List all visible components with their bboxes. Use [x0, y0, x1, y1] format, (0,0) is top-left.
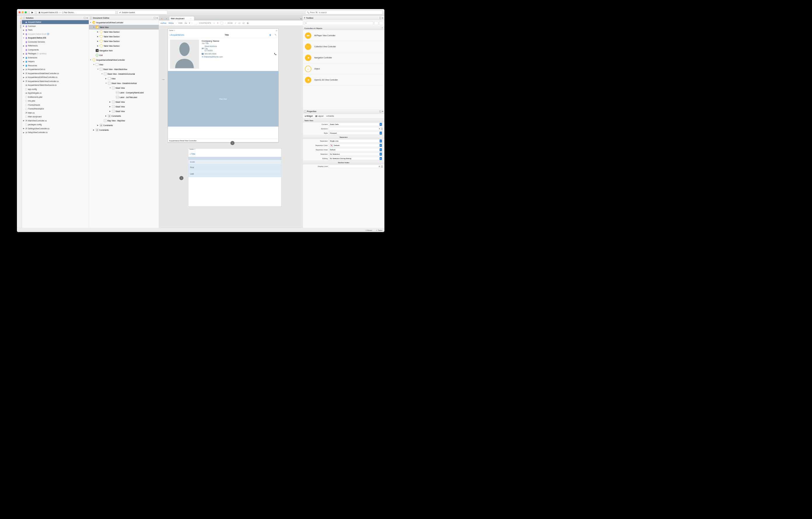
outline-item[interactable]: ▶Table View Section: [89, 34, 159, 39]
outline-item[interactable]: ▼⫴Stack View - DetailInfoVertical: [89, 81, 159, 85]
left-gutter-tabs[interactable]: ⚡ Unit Tests: [17, 16, 22, 228]
outline-item[interactable]: ▶⫴Stack View: [89, 104, 159, 109]
tab-history-forward[interactable]: [165, 17, 168, 21]
minimize-window[interactable]: [22, 11, 24, 13]
size-class-h[interactable]: hhAny: [168, 22, 174, 24]
solution-item[interactable]: iTunesArtwork: [22, 103, 89, 107]
outline-item[interactable]: ▼⫴Stack View - MainStackView: [89, 67, 159, 72]
outline-item[interactable]: ↪Exit: [89, 53, 159, 57]
toolbox-item[interactable]: ▶▶AVPlayer View Controller: [303, 30, 385, 41]
step-down-icon[interactable]: ▼: [381, 129, 383, 130]
sepinset-select[interactable]: Default▾: [329, 148, 383, 152]
sections-stepper[interactable]: ▲▼: [329, 127, 383, 131]
style-select[interactable]: Grouped▾: [329, 132, 383, 135]
solution-item[interactable]: ▶▇Extensions: [22, 56, 89, 60]
outline-item[interactable]: ⌖Map View - MapView: [89, 118, 159, 123]
editing-select[interactable]: No Selection During Editing▾: [329, 157, 383, 160]
zoom-in-icon[interactable]: +⃝: [242, 22, 245, 24]
solution-item[interactable]: c#AppDelegate.cs: [22, 91, 89, 95]
solution-item[interactable]: ▶c#AcquaintanceEditViewController.cs: [22, 75, 89, 79]
toolbox-item[interactable]: ◑OpenGL ES View Controller: [303, 75, 385, 85]
solution-item[interactable]: app.config: [22, 87, 89, 91]
tab-history-back[interactable]: [160, 17, 164, 21]
toolbox-item[interactable]: ◀Navigation Controller: [303, 52, 385, 63]
segue-knob[interactable]: ⫴: [230, 141, 234, 145]
zoom-out-icon[interactable]: −⃝: [238, 22, 241, 24]
outline-item[interactable]: ▼⫴Stack View: [89, 85, 159, 90]
solution-item[interactable]: ▶▇Resources: [22, 64, 89, 68]
run-button[interactable]: ▶: [30, 10, 35, 14]
solution-item[interactable]: Info.plist: [22, 99, 89, 103]
toolbox-view-grid[interactable]: [379, 21, 383, 25]
solution-item[interactable]: ▼▇Acquaint.Native.iOS: [22, 36, 89, 40]
remove-constraint-icon[interactable]: ✕: [217, 22, 219, 24]
outline-item[interactable]: ▶▦Constraints: [89, 128, 159, 132]
panel-pin-icon[interactable]: [154, 17, 156, 19]
solution-item[interactable]: c#AcquaintanceTableViewSource.cs: [22, 83, 89, 87]
errors-pad[interactable]: ⊘ Errors: [366, 229, 372, 231]
tab-widget[interactable]: ⎋Widget: [305, 115, 313, 117]
map-view[interactable]: Map View: [168, 71, 279, 127]
panel-close-icon[interactable]: ×: [87, 17, 88, 19]
back-button[interactable]: Title: [190, 153, 196, 156]
first-name-cell[interactable]: First: [188, 164, 282, 171]
solution-item[interactable]: ▶c#SetupViewController.cs: [22, 131, 89, 135]
outline-item[interactable]: ▼▦AcquaintanceEditViewController: [89, 20, 159, 25]
segue-knob-2[interactable]: ⫴: [179, 176, 183, 180]
storyboard-canvas[interactable]: → Carrier ᯤ ▭ Acquaintances Title 🗑 ✎: [159, 26, 303, 228]
collapse-icon[interactable]: ⌃: [381, 27, 383, 29]
panel-pin-icon[interactable]: [379, 17, 381, 19]
panel-pin-icon[interactable]: [84, 17, 86, 19]
outline-item[interactable]: LabelLabel - CompanyNameLabel: [89, 90, 159, 95]
sep-select[interactable]: Single Line▾: [329, 139, 383, 143]
toolbox-list[interactable]: ▶▶AVPlayer View Controller⋮⋮⋮Collection …: [303, 30, 385, 85]
toolbox-section[interactable]: Controllers & Objects ⌃: [303, 26, 385, 30]
back-button[interactable]: Acquaintances: [170, 33, 184, 37]
outline-tree[interactable]: ▼▦AcquaintanceEditViewController▼▦Table …: [89, 20, 159, 228]
sections-input[interactable]: [329, 127, 381, 131]
outline-item[interactable]: LabelLabel - JobTitleLabel: [89, 95, 159, 100]
zoom-window[interactable]: [25, 11, 27, 13]
solution-item[interactable]: ▇Components: [22, 48, 89, 52]
solution-item[interactable]: Main.storyboard: [22, 115, 89, 119]
panel-close-icon[interactable]: ×: [382, 110, 383, 113]
frames-icon[interactable]: [221, 22, 223, 24]
tab-events[interactable]: ➜Events: [326, 115, 334, 117]
tasks-pad[interactable]: ✓ Tasks: [376, 229, 382, 231]
view-mode-chevron-icon[interactable]: ▾: [189, 22, 190, 24]
size-class-w[interactable]: wwAny: [161, 22, 166, 24]
solution-item[interactable]: ▶▇Helpers: [22, 59, 89, 64]
panel-close-icon[interactable]: ×: [156, 17, 158, 19]
solution-item[interactable]: ▇Connected Services: [22, 40, 89, 44]
solution-item[interactable]: ▶▇Packages (5 updates): [22, 52, 89, 56]
unit-tests-tab[interactable]: Unit Tests: [20, 21, 22, 28]
outline-item[interactable]: ▼▦Table View: [89, 25, 159, 29]
run-target-crumb[interactable]: ▣ Acquaint.Native.iOS › › ▯ Pair Device.…: [37, 10, 116, 14]
outline-item[interactable]: ▼▢AcquaintanceDetailViewController: [89, 57, 159, 62]
solution-item[interactable]: iTunesArtwork@2x: [22, 107, 89, 111]
outline-item[interactable]: ▶Table View Section: [89, 29, 159, 34]
last-name-cell[interactable]: Last: [188, 171, 282, 177]
solution-item[interactable]: ▶c#AcquaintanceDetailViewController.cs: [22, 72, 89, 76]
solution-root[interactable]: ▼▣ Acquaint.Native: [22, 20, 89, 24]
solution-item[interactable]: ▶c#AcquaintanceTableViewController.cs: [22, 79, 89, 83]
panel-pin-icon[interactable]: [379, 111, 381, 112]
outline-item[interactable]: ▼View: [89, 62, 159, 67]
display-limit-stepper[interactable]: ▲▼: [329, 165, 383, 168]
toolbox-item[interactable]: ⋮⋮⋮Collection View Controller: [303, 41, 385, 52]
global-search[interactable]: 🔍: [306, 10, 383, 14]
solution-item[interactable]: ▶▇Tests: [22, 28, 89, 32]
solution-item[interactable]: c#Main.cs: [22, 111, 89, 115]
outline-item[interactable]: ▶Table View Section: [89, 39, 159, 44]
tab-layout[interactable]: ▦Layout: [315, 115, 323, 117]
solution-item[interactable]: packages.config: [22, 122, 89, 127]
step-down-icon[interactable]: ▼: [381, 166, 383, 168]
solution-tree[interactable]: ▼▣ Acquaint.Native ▶▇Common▶▇Tests▶▇Acqu…: [22, 20, 89, 228]
edit-icon[interactable]: ✎: [275, 33, 277, 36]
solution-item[interactable]: ▶▇Acquaint.Native.Droid i: [22, 32, 89, 36]
outline-item[interactable]: ▶⫴Stack View: [89, 109, 159, 113]
tab-main-storyboard[interactable]: Main.storyboard ○: [169, 17, 194, 21]
toolbox-search-input[interactable]: [304, 21, 374, 25]
outline-item[interactable]: ▶View: [89, 76, 159, 81]
toolbox-item[interactable]: ◯Object: [303, 63, 385, 75]
